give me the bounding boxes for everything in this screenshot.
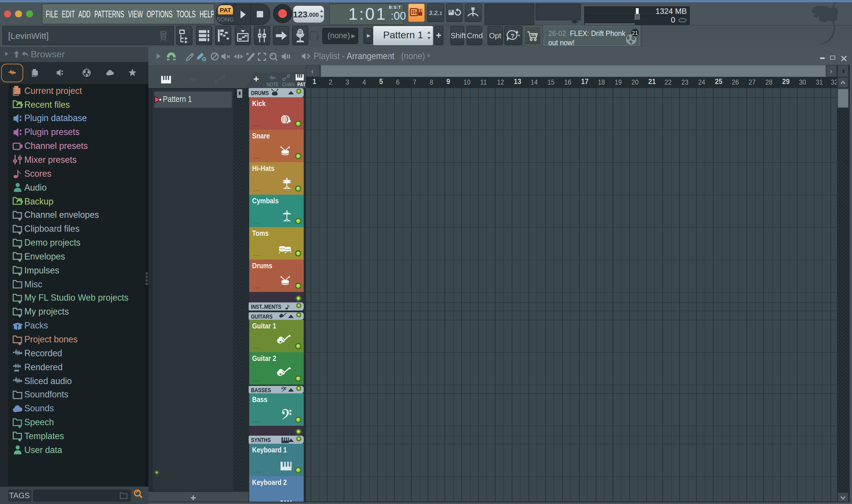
svg-text:?: ? xyxy=(511,33,515,40)
